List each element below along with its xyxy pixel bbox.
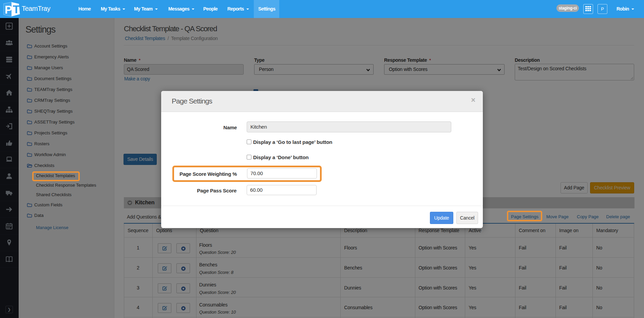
svg-text:P: P [5, 3, 12, 16]
svg-text:T: T [13, 3, 20, 16]
